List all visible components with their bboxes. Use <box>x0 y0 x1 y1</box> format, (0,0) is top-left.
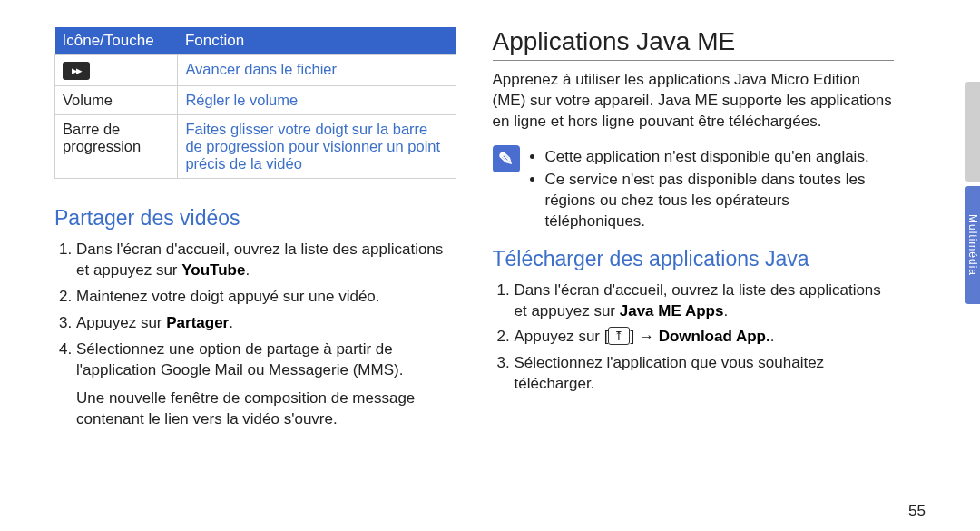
fast-forward-icon: ▸▸ <box>63 62 90 80</box>
page-number: 55 <box>908 502 926 520</box>
cell-icon: Volume <box>55 86 178 115</box>
java-me-heading: Applications Java ME <box>493 27 895 61</box>
list-item: Sélectionnez une option de partage à par… <box>76 339 456 430</box>
cell-function: Régler le volume <box>178 86 456 115</box>
list-item: Maintenez votre doigt appuyé sur une vid… <box>76 287 456 308</box>
list-item: Appuyez sur [⤒] → Download App.. <box>514 327 895 348</box>
list-item: Sélectionnez l'application que vous souh… <box>514 353 895 395</box>
side-tab-grey <box>965 82 980 182</box>
table-row: Barre de progression Faites glisser votr… <box>55 115 456 179</box>
cell-function: Avancer dans le fichier <box>178 55 456 86</box>
upload-key-icon: ⤒ <box>608 327 630 345</box>
cell-function: Faites glisser votre doigt sur la barre … <box>178 115 456 179</box>
note-box: ✎ Cette application n'est disponible qu'… <box>493 145 895 234</box>
note-icon: ✎ <box>493 145 520 172</box>
list-item: Dans l'écran d'accueil, ouvrez la liste … <box>514 280 895 322</box>
cell-icon: ▸▸ <box>55 55 178 86</box>
cell-icon: Barre de progression <box>55 115 178 179</box>
list-item: Dans l'écran d'accueil, ouvrez la liste … <box>76 240 456 281</box>
java-me-intro: Apprenez à utiliser les applications Jav… <box>493 70 895 133</box>
note-item: Cette application n'est disponible qu'en… <box>545 147 895 168</box>
share-steps-list: Dans l'écran d'accueil, ouvrez la liste … <box>54 240 456 430</box>
side-tab-multimedia: Multimédia <box>965 186 980 304</box>
download-steps-list: Dans l'écran d'accueil, ouvrez la liste … <box>493 280 895 396</box>
note-list: Cette application n'est disponible qu'en… <box>529 145 895 234</box>
download-java-heading: Télécharger des applications Java <box>493 247 895 271</box>
table-row: ▸▸ Avancer dans le fichier <box>55 55 456 86</box>
icon-function-table: Icône/Touche Fonction ▸▸ Avancer dans le… <box>54 27 456 179</box>
share-videos-heading: Partager des vidéos <box>54 206 456 231</box>
table-row: Volume Régler le volume <box>55 86 456 115</box>
note-item: Ce service n'est pas disponible dans tou… <box>545 170 895 232</box>
share-footer: Une nouvelle fenêtre de composition de m… <box>76 388 456 430</box>
list-item: Appuyez sur Partager. <box>76 313 456 334</box>
th-icon: Icône/Touche <box>55 27 178 55</box>
th-function: Fonction <box>178 27 456 55</box>
